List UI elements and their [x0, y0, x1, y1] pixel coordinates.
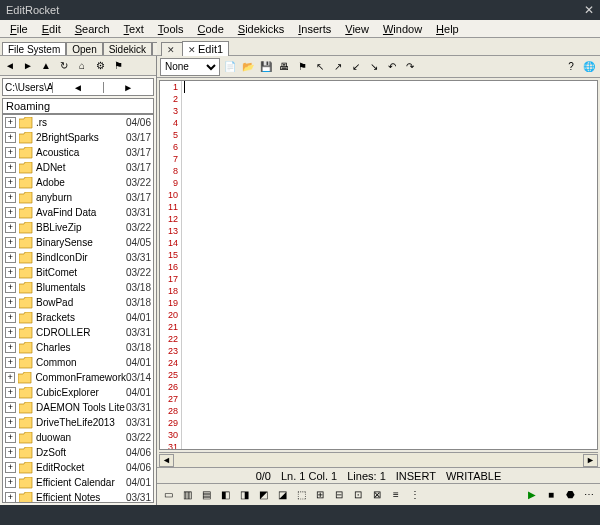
folder-item[interactable]: +anyburn03/17: [3, 190, 153, 205]
expand-icon[interactable]: +: [5, 177, 16, 188]
tree-root[interactable]: Roaming: [2, 98, 154, 114]
expand-icon[interactable]: +: [5, 117, 16, 128]
menu-tools[interactable]: Tools: [152, 22, 190, 36]
expand-icon[interactable]: +: [5, 492, 16, 503]
path-field[interactable]: C:\Users\Administrator\AppData\Roaming ◄…: [2, 78, 154, 96]
stop-icon[interactable]: ■: [543, 487, 559, 503]
close-window-icon[interactable]: ✕: [584, 3, 594, 17]
scroll-right-icon[interactable]: ►: [583, 454, 598, 467]
folder-item[interactable]: +BindIconDir03/31: [3, 250, 153, 265]
save-file-icon[interactable]: 💾: [258, 59, 274, 75]
folder-item[interactable]: +DzSoft04/06: [3, 445, 153, 460]
expand-icon[interactable]: +: [5, 132, 16, 143]
expand-icon[interactable]: +: [5, 252, 16, 263]
folder-item[interactable]: +Brackets04/01: [3, 310, 153, 325]
open-file-icon[interactable]: 📂: [240, 59, 256, 75]
expand-icon[interactable]: +: [5, 237, 16, 248]
bt-icon-6[interactable]: ◩: [255, 487, 271, 503]
editor-tab[interactable]: ✕Edit1: [182, 41, 229, 56]
new-file-icon[interactable]: 📄: [222, 59, 238, 75]
expand-icon[interactable]: +: [5, 207, 16, 218]
expand-icon[interactable]: +: [5, 282, 16, 293]
menu-code[interactable]: Code: [191, 22, 229, 36]
undo-icon[interactable]: ↶: [384, 59, 400, 75]
print-icon[interactable]: 🖶: [276, 59, 292, 75]
menu-text[interactable]: Text: [118, 22, 150, 36]
folder-item[interactable]: +EditRocket04/06: [3, 460, 153, 475]
tool-icon-1[interactable]: ⚙: [92, 58, 108, 74]
menu-sidekicks[interactable]: Sidekicks: [232, 22, 290, 36]
bt-icon-3[interactable]: ▤: [198, 487, 214, 503]
folder-item[interactable]: +Blumentals03/18: [3, 280, 153, 295]
folder-item[interactable]: +Common04/01: [3, 355, 153, 370]
scroll-left-icon[interactable]: ◄: [159, 454, 174, 467]
syntax-select[interactable]: None: [160, 58, 220, 76]
menu-view[interactable]: View: [339, 22, 375, 36]
bt-icon-1[interactable]: ▭: [160, 487, 176, 503]
expand-icon[interactable]: +: [5, 162, 16, 173]
tool-icon-2[interactable]: ⚑: [110, 58, 126, 74]
expand-icon[interactable]: +: [5, 312, 16, 323]
expand-icon[interactable]: +: [5, 417, 16, 428]
expand-icon[interactable]: +: [5, 402, 16, 413]
expand-icon[interactable]: +: [5, 462, 16, 473]
folder-item[interactable]: +CDROLLER03/31: [3, 325, 153, 340]
menu-file[interactable]: File: [4, 22, 34, 36]
folder-item[interactable]: +.rs04/06: [3, 115, 153, 130]
expand-icon[interactable]: +: [5, 192, 16, 203]
expand-icon[interactable]: +: [5, 447, 16, 458]
editor-tab-close-icon[interactable]: ✕: [161, 42, 182, 56]
bt-icon-4[interactable]: ◧: [217, 487, 233, 503]
bookmark-icon[interactable]: ⚑: [294, 59, 310, 75]
bt-icon-8[interactable]: ⬚: [293, 487, 309, 503]
menu-help[interactable]: Help: [430, 22, 465, 36]
expand-icon[interactable]: +: [5, 357, 16, 368]
folder-item[interactable]: +DAEMON Tools Lite03/31: [3, 400, 153, 415]
expand-icon[interactable]: +: [5, 297, 16, 308]
menu-edit[interactable]: Edit: [36, 22, 67, 36]
expand-icon[interactable]: +: [5, 147, 16, 158]
menu-search[interactable]: Search: [69, 22, 116, 36]
nav-up-icon[interactable]: ▲: [38, 58, 54, 74]
arrow1-icon[interactable]: ↖: [312, 59, 328, 75]
panel-tab-file-system[interactable]: File System: [2, 42, 66, 55]
bt-icon-11[interactable]: ⊡: [350, 487, 366, 503]
expand-icon[interactable]: +: [5, 477, 16, 488]
arrow3-icon[interactable]: ↙: [348, 59, 364, 75]
arrow2-icon[interactable]: ↗: [330, 59, 346, 75]
folder-item[interactable]: +BBLiveZip03/22: [3, 220, 153, 235]
redo-icon[interactable]: ↷: [402, 59, 418, 75]
folder-item[interactable]: +CommonFramework03/14: [3, 370, 153, 385]
folder-item[interactable]: +duowan03/22: [3, 430, 153, 445]
folder-item[interactable]: +2BrightSparks03/17: [3, 130, 153, 145]
folder-item[interactable]: +Acoustica03/17: [3, 145, 153, 160]
folder-tree[interactable]: +.rs04/06+2BrightSparks03/17+Acoustica03…: [2, 114, 154, 503]
expand-icon[interactable]: +: [5, 432, 16, 443]
globe-icon[interactable]: 🌐: [581, 59, 597, 75]
bt-icon-13[interactable]: ≡: [388, 487, 404, 503]
bt-icon-12[interactable]: ⊠: [369, 487, 385, 503]
folder-item[interactable]: +ADNet03/17: [3, 160, 153, 175]
home-icon[interactable]: ⌂: [74, 58, 90, 74]
nav-back-icon[interactable]: ◄: [2, 58, 18, 74]
folder-item[interactable]: +DriveTheLife201303/31: [3, 415, 153, 430]
refresh-icon[interactable]: ↻: [56, 58, 72, 74]
expand-icon[interactable]: +: [5, 267, 16, 278]
help-icon[interactable]: ?: [563, 59, 579, 75]
text-editor[interactable]: [182, 81, 597, 449]
expand-icon[interactable]: +: [5, 342, 16, 353]
panel-tab-open[interactable]: Open: [66, 42, 102, 55]
panel-tab-sidekick[interactable]: Sidekick: [103, 42, 152, 55]
folder-item[interactable]: +Charles03/18: [3, 340, 153, 355]
menu-window[interactable]: Window: [377, 22, 428, 36]
bt-icon-10[interactable]: ⊟: [331, 487, 347, 503]
bt-icon-14[interactable]: ⋮: [407, 487, 423, 503]
run-icon[interactable]: ▶: [524, 487, 540, 503]
folder-item[interactable]: +CubicExplorer04/01: [3, 385, 153, 400]
bt-icon-5[interactable]: ◨: [236, 487, 252, 503]
panel-tab-fi[interactable]: Fi: [152, 42, 157, 55]
folder-item[interactable]: +Adobe03/22: [3, 175, 153, 190]
expand-icon[interactable]: +: [5, 372, 15, 383]
path-next-icon[interactable]: ►: [103, 82, 153, 93]
bt-icon-7[interactable]: ◪: [274, 487, 290, 503]
